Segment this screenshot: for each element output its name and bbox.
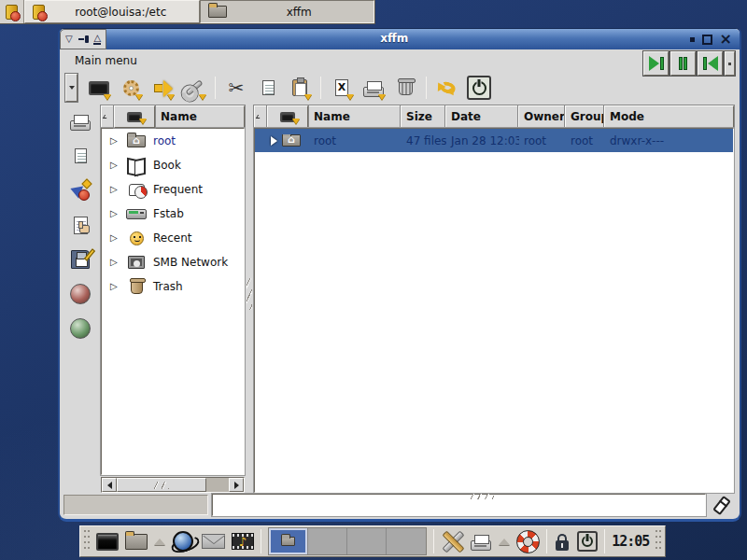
column-header-mode[interactable]: Mode	[604, 105, 734, 128]
panel-grip-handle[interactable]	[655, 530, 661, 553]
side-select-button[interactable]	[74, 213, 88, 237]
minimize-button[interactable]	[690, 37, 695, 42]
close-button[interactable]: ×	[720, 32, 732, 47]
toolbar-dropdown-button[interactable]	[65, 74, 78, 102]
task-button-xffm[interactable]: xffm	[200, 0, 375, 23]
window-menu-button[interactable]: ▽	[63, 33, 75, 46]
splitter-grip-icon[interactable]	[470, 494, 494, 499]
side-goto-button[interactable]	[70, 178, 91, 203]
go-arrow-icon	[81, 178, 92, 189]
scrollbar-thumb[interactable]	[117, 478, 206, 492]
terminal-icon	[96, 533, 119, 551]
pager-desktop-1[interactable]	[269, 528, 308, 554]
files-body[interactable]: root 47 files Jan 28 12:03 root root drw…	[254, 128, 734, 493]
scroll-right-button[interactable]	[229, 478, 244, 492]
power-button[interactable]	[463, 74, 495, 102]
tree-item-book[interactable]: ▷ Book	[102, 153, 244, 177]
column-header-size[interactable]: Size	[401, 105, 445, 128]
print-button[interactable]	[358, 74, 389, 102]
shade-button[interactable]: △	[92, 33, 104, 46]
lock-screen-button[interactable]	[554, 527, 571, 555]
settings-tool-button[interactable]	[115, 74, 147, 102]
tree-item-root[interactable]: ▷ root	[102, 129, 244, 153]
cut-button[interactable]: ✂	[220, 74, 252, 102]
scrollbar-track[interactable]	[206, 478, 229, 492]
skip-back-button[interactable]	[698, 51, 723, 76]
tree-item-recent[interactable]: ▷ Recent	[102, 226, 244, 250]
expander-icon[interactable]: ▷	[110, 161, 120, 170]
tree-horizontal-scrollbar[interactable]	[101, 477, 245, 493]
terminal-tool-button[interactable]	[83, 74, 115, 102]
status-entry-input[interactable]	[212, 494, 706, 516]
titlebar[interactable]: ▽ △ xffm ×	[60, 29, 740, 49]
tree-item-fstab[interactable]: ▷ Fstab	[102, 202, 244, 226]
column-header-owner[interactable]: Owner	[518, 105, 565, 128]
nav-more-button[interactable]	[725, 51, 735, 76]
taskbar-app-button[interactable]	[0, 0, 24, 23]
expander-icon[interactable]: ▷	[110, 258, 120, 267]
copy-button[interactable]	[252, 74, 284, 102]
settings-launcher[interactable]	[441, 527, 463, 555]
expander-icon[interactable]: ▷	[110, 282, 120, 291]
mail-launcher[interactable]	[202, 527, 225, 555]
column-header-date[interactable]: Date	[445, 105, 518, 128]
trash-button[interactable]	[389, 74, 421, 102]
side-save-button[interactable]	[71, 247, 90, 272]
expander-icon[interactable]: ▷	[110, 136, 120, 146]
panel-splitter[interactable]	[245, 105, 254, 493]
popup-arrow-icon[interactable]	[499, 539, 510, 545]
task-button-terminal[interactable]: root@louisa:/etc	[24, 0, 200, 23]
panel-power-button[interactable]	[577, 527, 598, 555]
grip-icon	[154, 482, 169, 489]
clear-entry-button[interactable]	[710, 497, 734, 514]
goto-tool-button[interactable]	[147, 74, 178, 102]
tree-name-header[interactable]: Name	[155, 105, 245, 128]
globe-icon	[173, 531, 193, 552]
expander-icon[interactable]: ▷	[110, 209, 120, 218]
files-sort-cell[interactable]	[254, 105, 267, 128]
panel-clock[interactable]: 12:05	[612, 533, 649, 550]
arrow-right-icon	[234, 482, 239, 489]
expander-icon[interactable]: ▷	[110, 185, 120, 194]
maximize-button[interactable]	[702, 35, 712, 45]
help-launcher[interactable]	[516, 527, 540, 555]
main-menu[interactable]: Main menu	[75, 54, 137, 67]
skip-forward-button[interactable]	[643, 51, 669, 76]
print-launcher[interactable]	[470, 527, 492, 555]
column-header-group[interactable]: Group	[565, 105, 604, 128]
paste-button[interactable]	[284, 74, 316, 102]
side-print-button[interactable]	[70, 109, 91, 133]
scroll-left-button[interactable]	[102, 478, 117, 492]
side-sphere-red-button[interactable]	[70, 282, 91, 306]
panel-grip-handle[interactable]	[84, 530, 90, 553]
tree-sort-cell[interactable]	[101, 105, 114, 128]
stick-button[interactable]	[78, 33, 90, 46]
file-manager-launcher[interactable]	[125, 527, 148, 555]
side-sphere-green-button[interactable]	[70, 316, 91, 341]
terminal-launcher[interactable]	[96, 527, 119, 555]
refresh-button[interactable]	[431, 74, 463, 102]
expander-icon[interactable]: ▷	[110, 233, 120, 243]
tools-tool-button[interactable]	[178, 74, 210, 102]
tree-item-trash[interactable]: ▷ Trash	[102, 274, 244, 299]
media-launcher[interactable]	[232, 527, 254, 555]
pause-button[interactable]	[670, 51, 696, 76]
dropdown-arrow-icon	[199, 94, 206, 100]
pager-desktop-3[interactable]	[347, 528, 387, 554]
tree-item-frequent[interactable]: ▷ Frequent	[102, 177, 244, 202]
tree-icon-header[interactable]	[114, 105, 155, 128]
pager-desktop-4[interactable]	[387, 528, 426, 554]
files-icon-header[interactable]	[267, 105, 308, 128]
expander-icon[interactable]	[271, 136, 277, 146]
trash-icon	[399, 81, 413, 95]
pager-desktop-2[interactable]	[308, 528, 347, 554]
file-row-root[interactable]: root 47 files Jan 28 12:03 root root drw…	[255, 129, 733, 152]
side-copy-button[interactable]	[75, 144, 87, 168]
browser-launcher[interactable]	[172, 527, 194, 555]
column-header-name[interactable]: Name	[308, 105, 401, 128]
tree-item-smb-network[interactable]: ▷ SMB Network	[102, 250, 244, 274]
copy-icon	[75, 148, 87, 163]
tree-item-label: root	[153, 134, 176, 147]
document-tools-button[interactable]: X	[326, 74, 358, 102]
popup-arrow-icon[interactable]	[154, 539, 165, 545]
